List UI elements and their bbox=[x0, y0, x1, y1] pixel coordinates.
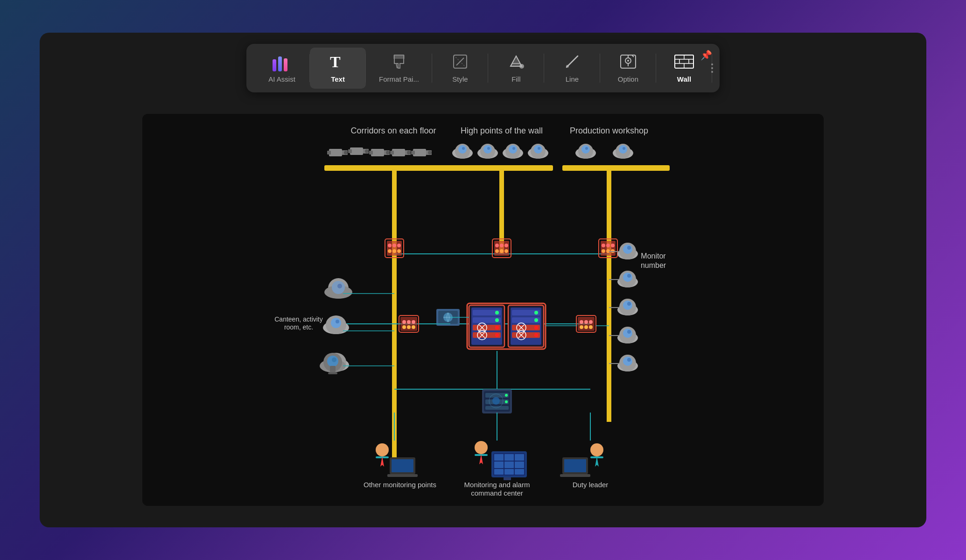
ai-assist-icon bbox=[273, 54, 291, 72]
svg-rect-30 bbox=[369, 151, 373, 154]
svg-rect-205 bbox=[515, 454, 524, 461]
svg-point-74 bbox=[397, 249, 401, 253]
toolbar-item-format-painter[interactable]: Format Pai... bbox=[366, 48, 432, 89]
more-options[interactable] bbox=[708, 60, 716, 77]
diagram-svg: Corridors on each floor High points of t… bbox=[142, 114, 824, 506]
switch-left-mid bbox=[399, 315, 419, 332]
svg-point-151 bbox=[589, 320, 593, 324]
toolbar-item-line[interactable]: Line bbox=[544, 48, 600, 89]
svg-rect-1 bbox=[278, 56, 282, 71]
svg-point-138 bbox=[534, 318, 538, 322]
line-icon bbox=[564, 53, 581, 72]
svg-rect-36 bbox=[413, 149, 426, 156]
fill-icon bbox=[508, 53, 525, 72]
svg-rect-76 bbox=[494, 241, 509, 256]
svg-rect-4 bbox=[393, 55, 405, 59]
option-label: Option bbox=[618, 75, 638, 83]
canteen-label-1: Canteen, activity bbox=[274, 315, 323, 323]
svg-point-169 bbox=[623, 329, 632, 338]
svg-point-161 bbox=[623, 273, 632, 282]
svg-rect-207 bbox=[504, 462, 514, 468]
svg-point-149 bbox=[580, 320, 583, 324]
svg-point-216 bbox=[590, 443, 603, 456]
wall-label: Wall bbox=[677, 75, 691, 83]
svg-point-35 bbox=[407, 151, 411, 154]
svg-rect-210 bbox=[504, 469, 514, 475]
svg-point-94 bbox=[337, 284, 342, 288]
toolbar: 📌 bbox=[246, 44, 720, 92]
svg-point-72 bbox=[388, 249, 392, 253]
svg-point-82 bbox=[504, 249, 508, 253]
switch-1 bbox=[385, 239, 404, 258]
svg-point-137 bbox=[534, 311, 538, 315]
diagram-container: Corridors on each floor High points of t… bbox=[40, 92, 926, 527]
svg-point-162 bbox=[627, 274, 631, 278]
svg-rect-34 bbox=[390, 151, 394, 154]
svg-rect-203 bbox=[494, 454, 504, 461]
svg-point-52 bbox=[512, 147, 515, 150]
svg-point-186 bbox=[505, 400, 508, 403]
svg-point-173 bbox=[623, 357, 632, 366]
duty-leader-label: Duty leader bbox=[573, 481, 609, 489]
server-1 bbox=[469, 305, 504, 347]
svg-point-124 bbox=[495, 333, 499, 337]
svg-rect-28 bbox=[371, 149, 384, 156]
svg-rect-68 bbox=[387, 241, 402, 256]
svg-point-150 bbox=[584, 320, 588, 324]
svg-rect-208 bbox=[515, 462, 524, 468]
svg-point-80 bbox=[495, 249, 499, 253]
toolbar-item-wall[interactable]: Wall bbox=[656, 48, 712, 89]
svg-rect-32 bbox=[392, 149, 405, 156]
toolbar-item-ai-assist[interactable]: AI Assist bbox=[254, 48, 310, 89]
wall-icon bbox=[674, 53, 694, 72]
app-window: 📌 bbox=[40, 33, 926, 527]
monitor-label: Monitor bbox=[641, 252, 666, 260]
toolbar-item-style[interactable]: Style bbox=[432, 48, 488, 89]
switch-2 bbox=[492, 239, 511, 258]
command-center-label: Monitoring and alarm bbox=[464, 481, 530, 489]
svg-point-78 bbox=[500, 244, 504, 247]
svg-rect-26 bbox=[348, 149, 352, 153]
svg-point-222 bbox=[332, 357, 336, 362]
svg-point-10 bbox=[627, 60, 629, 62]
high-points-label: High points of the wall bbox=[461, 126, 543, 135]
svg-point-61 bbox=[585, 147, 588, 150]
fill-label: Fill bbox=[511, 75, 520, 83]
svg-point-123 bbox=[495, 326, 499, 329]
svg-point-153 bbox=[584, 325, 588, 329]
svg-point-70 bbox=[392, 244, 396, 247]
svg-point-198 bbox=[475, 441, 488, 454]
svg-rect-84 bbox=[601, 241, 616, 256]
svg-point-77 bbox=[495, 244, 499, 247]
svg-point-140 bbox=[534, 333, 538, 337]
svg-rect-212 bbox=[504, 477, 511, 480]
ai-assist-label: AI Assist bbox=[268, 75, 295, 83]
switch-right-mid bbox=[576, 315, 596, 332]
svg-point-6 bbox=[519, 64, 524, 69]
toolbar-item-text[interactable]: T Text bbox=[310, 48, 366, 89]
svg-point-109 bbox=[402, 320, 406, 324]
svg-point-185 bbox=[505, 394, 508, 397]
text-icon: T bbox=[329, 53, 347, 72]
svg-point-111 bbox=[412, 320, 415, 324]
svg-point-73 bbox=[392, 249, 396, 253]
svg-rect-0 bbox=[273, 59, 276, 71]
line-label: Line bbox=[566, 75, 579, 83]
server-2 bbox=[508, 305, 544, 347]
svg-point-86 bbox=[606, 244, 610, 247]
svg-point-188 bbox=[492, 397, 500, 405]
svg-rect-209 bbox=[494, 469, 504, 475]
svg-point-85 bbox=[602, 244, 605, 247]
svg-rect-2 bbox=[284, 58, 287, 71]
svg-point-154 bbox=[589, 325, 593, 329]
format-painter-icon bbox=[391, 53, 407, 72]
toolbar-item-fill[interactable]: Fill bbox=[488, 48, 544, 89]
svg-text:T: T bbox=[330, 53, 341, 70]
svg-point-87 bbox=[611, 244, 615, 247]
toolbar-item-option[interactable]: Option bbox=[600, 48, 656, 89]
style-label: Style bbox=[452, 75, 468, 83]
svg-rect-19 bbox=[324, 165, 464, 171]
diagram-canvas[interactable]: Corridors on each floor High points of t… bbox=[142, 114, 824, 506]
svg-point-157 bbox=[623, 245, 632, 254]
svg-point-112 bbox=[402, 325, 406, 329]
